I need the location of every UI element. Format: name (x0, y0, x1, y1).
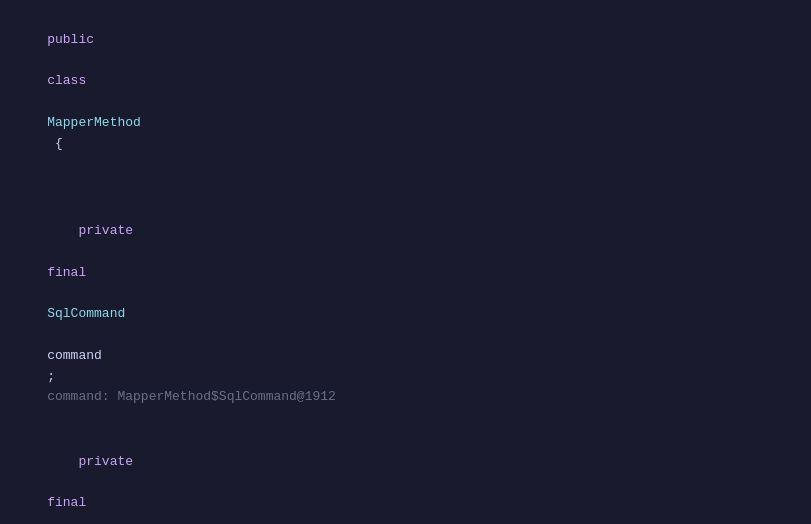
code-line-2: private final SqlCommand command ; comma… (0, 199, 811, 430)
code-panel: public class MapperMethod { private fina… (0, 0, 811, 524)
code-line-3: private final MethodSignature method ; m… (0, 430, 811, 524)
code-line-1: public class MapperMethod { (0, 8, 811, 176)
code-line-blank (0, 176, 811, 199)
